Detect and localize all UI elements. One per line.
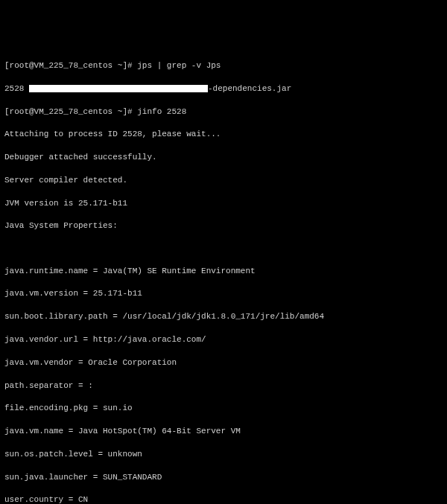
jps-output: 2528 -dependencies.jar	[4, 83, 443, 95]
compiler-message: Server compiler detected.	[4, 175, 443, 186]
prop-file-encoding-pkg: file.encoding.pkg = sun.io	[4, 403, 443, 414]
prop-user-country: user.country = CN	[4, 494, 443, 504]
prop-java-vm-version: java.vm.version = 25.171-b11	[4, 288, 443, 299]
attach-message: Attaching to process ID 2528, please wai…	[4, 129, 443, 140]
prop-sun-boot-library-path: sun.boot.library.path = /usr/local/jdk/j…	[4, 311, 443, 322]
prop-sun-java-launcher: sun.java.launcher = SUN_STANDARD	[4, 472, 443, 483]
shell-prompt: [root@VM_225_78_centos ~]#	[4, 107, 137, 116]
prop-java-vm-name: java.vm.name = Java HotSpot(TM) 64-Bit S…	[4, 426, 443, 437]
command-text: jinfo 2528	[137, 107, 186, 116]
redacted-text	[29, 85, 208, 92]
debugger-message: Debugger attached successfully.	[4, 152, 443, 163]
prop-java-runtime-name: java.runtime.name = Java(TM) SE Runtime …	[4, 266, 443, 277]
jvm-version: JVM version is 25.171-b11	[4, 198, 443, 209]
blank-line	[4, 243, 443, 254]
prop-java-vendor-url: java.vendor.url = http://java.oracle.com…	[4, 334, 443, 345]
shell-prompt: [root@VM_225_78_centos ~]#	[4, 61, 137, 70]
command-line-2: [root@VM_225_78_centos ~]# jinfo 2528	[4, 106, 443, 118]
prop-path-separator: path.separator = :	[4, 380, 443, 392]
command-text: jps | grep -v Jps	[137, 61, 221, 70]
prop-sun-os-patch-level: sun.os.patch.level = unknown	[4, 449, 443, 460]
command-line-1: [root@VM_225_78_centos ~]# jps | grep -v…	[4, 60, 443, 71]
terminal-output[interactable]: [root@VM_225_78_centos ~]# jps | grep -v…	[4, 49, 443, 504]
prop-java-vm-vendor: java.vm.vendor = Oracle Corporation	[4, 357, 443, 369]
props-header: Java System Properties:	[4, 220, 443, 232]
